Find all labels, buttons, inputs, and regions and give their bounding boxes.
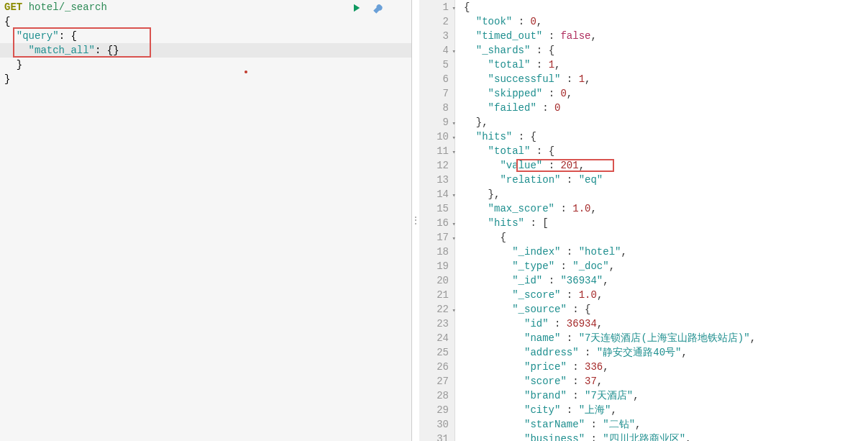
response-line: "timed_out" : false, [464,29,868,43]
request-editor[interactable]: GET hotel/_search{ "query": { "match_all… [0,0,412,441]
response-line: "max_score" : 1.0, [464,201,868,216]
response-viewer[interactable]: 1234567891011121314151617181920212223242… [419,0,868,441]
response-line: "hits" : [ [464,216,868,230]
pane-divider[interactable]: ⋮ [412,0,419,441]
line-gutter: 1234567891011121314151617181920212223242… [419,0,455,441]
response-line: "price" : 336, [464,360,868,374]
response-line: "took" : 0, [464,14,868,29]
response-line: "successful" : 1, [464,72,868,86]
response-line: "value" : 201, [464,158,868,173]
response-line: { [464,0,868,14]
response-line: }, [464,115,868,129]
response-line: "city" : "上海", [464,403,868,417]
response-line: "hits" : { [464,129,868,144]
response-line: "total" : 1, [464,58,868,72]
response-line: "score" : 37, [464,374,868,388]
response-line: "starName" : "二钻", [464,417,868,432]
request-body-line[interactable]: "match_all": {} [0,43,411,58]
response-line: "relation" : "eq" [464,173,868,187]
response-line: "_index" : "hotel", [464,245,868,259]
request-line[interactable]: GET hotel/_search [0,0,411,14]
response-line: "_source" : { [464,302,868,317]
response-line: { [464,230,868,245]
response-line: "business" : "四川北路商业区", [464,432,868,441]
response-line: }, [464,187,868,201]
response-line: "_id" : "36934", [464,273,868,288]
request-body-line[interactable]: { [0,14,411,29]
response-line: "skipped" : 0, [464,86,868,101]
cursor-dot [245,71,247,73]
response-line: "name" : "7天连锁酒店(上海宝山路地铁站店)", [464,331,868,345]
response-line: "total" : { [464,144,868,158]
request-body-line[interactable]: } [0,72,411,86]
response-line: "_shards" : { [464,43,868,58]
response-line: "brand" : "7天酒店", [464,388,868,403]
request-body-line[interactable]: "query": { [0,29,411,43]
response-line: "_score" : 1.0, [464,288,868,302]
response-line: "id" : 36934, [464,317,868,331]
response-line: "failed" : 0 [464,101,868,115]
response-line: "address" : "静安交通路40号", [464,345,868,360]
response-body: { "took" : 0, "timed_out" : false, "_sha… [455,0,868,441]
response-line: "_type" : "_doc", [464,259,868,273]
request-body-line[interactable]: } [0,58,411,72]
